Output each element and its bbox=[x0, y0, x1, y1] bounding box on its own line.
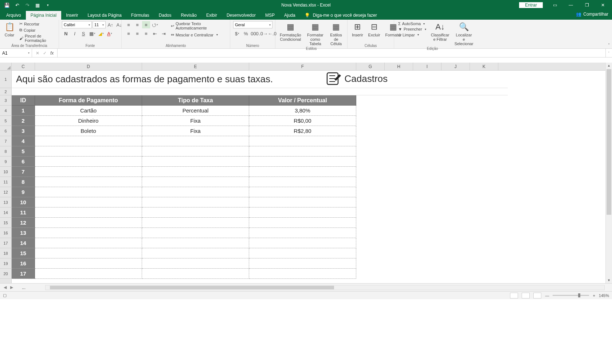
data-cell[interactable] bbox=[35, 157, 142, 167]
data-cell[interactable] bbox=[142, 228, 249, 238]
row-header[interactable]: 19 bbox=[0, 258, 11, 269]
tab-layout[interactable]: Layout da Página bbox=[83, 11, 126, 20]
save-icon[interactable]: 💾 bbox=[4, 2, 10, 8]
id-cell[interactable]: 1 bbox=[12, 106, 35, 116]
data-cell[interactable] bbox=[142, 258, 249, 269]
decrease-indent-icon[interactable]: ⇤ bbox=[151, 30, 159, 37]
row-header[interactable]: 13 bbox=[0, 197, 11, 207]
sheet-tab[interactable]: ... bbox=[17, 284, 31, 291]
data-cell[interactable]: R$2,80 bbox=[249, 126, 356, 136]
data-cell[interactable] bbox=[142, 157, 249, 167]
tab-view[interactable]: Exibir bbox=[201, 11, 222, 20]
row-header[interactable]: 3 bbox=[0, 95, 11, 106]
data-cell[interactable] bbox=[142, 238, 249, 248]
align-top-icon[interactable]: ≡ bbox=[125, 21, 133, 28]
clear-button[interactable]: ◇Limpar▾ bbox=[397, 32, 427, 37]
row-header[interactable]: 8 bbox=[0, 146, 11, 157]
table-header-cell[interactable]: Tipo de Taxa bbox=[142, 95, 249, 106]
decrease-decimal-icon[interactable]: ←.0 bbox=[268, 30, 276, 37]
data-cell[interactable] bbox=[249, 187, 356, 197]
align-center-icon[interactable]: ≡ bbox=[133, 30, 141, 37]
id-cell[interactable]: 11 bbox=[12, 207, 35, 218]
row-header[interactable]: 7 bbox=[0, 136, 11, 146]
data-cell[interactable] bbox=[249, 197, 356, 207]
id-cell[interactable]: 13 bbox=[12, 228, 35, 238]
id-cell[interactable]: 12 bbox=[12, 218, 35, 228]
data-cell[interactable] bbox=[249, 136, 356, 146]
sheet-title-cell[interactable]: Aqui são cadastrados as formas de pagame… bbox=[12, 71, 508, 88]
data-cell[interactable] bbox=[35, 238, 142, 248]
data-cell[interactable]: Percentual bbox=[142, 106, 249, 116]
id-cell[interactable]: 17 bbox=[12, 269, 35, 279]
italic-button[interactable]: I bbox=[71, 30, 79, 37]
zoom-in-icon[interactable]: + bbox=[593, 293, 595, 298]
id-cell[interactable]: 3 bbox=[12, 126, 35, 136]
data-cell[interactable] bbox=[249, 269, 356, 279]
row-header[interactable]: 9 bbox=[0, 157, 11, 167]
column-header[interactable]: I bbox=[413, 63, 442, 70]
id-cell[interactable]: 6 bbox=[12, 157, 35, 167]
row-header[interactable]: 6 bbox=[0, 126, 11, 136]
data-cell[interactable] bbox=[35, 269, 142, 279]
data-cell[interactable] bbox=[35, 258, 142, 269]
tell-me[interactable]: 💡 Diga-me o que você deseja fazer bbox=[300, 11, 381, 20]
signin-button[interactable]: Entrar bbox=[519, 2, 543, 8]
select-all-corner[interactable] bbox=[0, 63, 11, 71]
align-left-icon[interactable]: ≡ bbox=[125, 30, 133, 37]
row-header[interactable]: 14 bbox=[0, 207, 11, 218]
sheet-nav-next-icon[interactable]: ▶ bbox=[10, 285, 13, 290]
enter-formula-icon[interactable]: ✓ bbox=[43, 51, 47, 56]
collapse-ribbon-icon[interactable]: ˄ bbox=[608, 43, 610, 47]
data-cell[interactable]: Fixa bbox=[142, 126, 249, 136]
data-cell[interactable] bbox=[249, 167, 356, 177]
row-header[interactable]: 16 bbox=[0, 228, 11, 238]
fx-icon[interactable]: fx bbox=[50, 51, 54, 56]
cell-styles-button[interactable]: ▦Estilos de Célula bbox=[328, 21, 344, 47]
tab-insert[interactable]: Inserir bbox=[61, 11, 83, 20]
row-header[interactable]: 20 bbox=[0, 269, 11, 279]
id-cell[interactable]: 9 bbox=[12, 187, 35, 197]
row-header[interactable]: 1 bbox=[0, 71, 11, 88]
data-cell[interactable] bbox=[142, 146, 249, 157]
data-cell[interactable] bbox=[249, 238, 356, 248]
data-cell[interactable]: 3,80% bbox=[249, 106, 356, 116]
find-select-button[interactable]: 🔍Localizar e Selecionar bbox=[453, 21, 475, 47]
data-cell[interactable] bbox=[249, 248, 356, 258]
data-cell[interactable] bbox=[35, 187, 142, 197]
data-cell[interactable] bbox=[35, 177, 142, 187]
zoom-out-icon[interactable]: — bbox=[545, 293, 549, 298]
table-header-cell[interactable]: Valor / Percentual bbox=[249, 95, 356, 106]
data-cell[interactable]: R$0,00 bbox=[249, 116, 356, 126]
increase-indent-icon[interactable]: ⇥ bbox=[160, 30, 168, 37]
table-header-cell[interactable]: ID bbox=[12, 95, 35, 106]
increase-decimal-icon[interactable]: .0→ bbox=[259, 30, 267, 37]
row-header[interactable]: 2 bbox=[0, 88, 11, 95]
orientation-icon[interactable]: ⭯ bbox=[151, 21, 159, 28]
copy-button[interactable]: ⧉Copiar bbox=[18, 27, 56, 33]
id-cell[interactable]: 7 bbox=[12, 167, 35, 177]
close-button[interactable]: ✕ bbox=[595, 0, 611, 10]
id-cell[interactable]: 4 bbox=[12, 136, 35, 146]
id-cell[interactable]: 16 bbox=[12, 258, 35, 269]
cancel-formula-icon[interactable]: ✕ bbox=[36, 51, 39, 56]
expand-formula-bar-icon[interactable]: ˅ bbox=[605, 49, 612, 57]
share-button[interactable]: 👥 Compartilhar bbox=[576, 12, 608, 17]
data-cell[interactable]: Dinheiro bbox=[35, 116, 142, 126]
data-cell[interactable] bbox=[142, 177, 249, 187]
percent-format-icon[interactable]: % bbox=[242, 30, 250, 37]
tab-data[interactable]: Dados bbox=[154, 11, 176, 20]
column-header[interactable]: K bbox=[470, 63, 498, 70]
row-header[interactable]: 10 bbox=[0, 167, 11, 177]
format-painter-button[interactable]: 🖌Pincel de Formatação bbox=[18, 33, 56, 43]
data-cell[interactable] bbox=[142, 167, 249, 177]
column-header[interactable]: C bbox=[12, 63, 35, 70]
page-break-view-icon[interactable] bbox=[533, 293, 541, 298]
data-cell[interactable] bbox=[35, 207, 142, 218]
horizontal-scrollbar[interactable] bbox=[45, 285, 605, 290]
id-cell[interactable]: 8 bbox=[12, 177, 35, 187]
row-header[interactable]: 12 bbox=[0, 187, 11, 197]
data-cell[interactable] bbox=[249, 207, 356, 218]
wrap-text-button[interactable]: ↩Quebrar Texto Automaticamente bbox=[170, 21, 227, 31]
data-cell[interactable] bbox=[249, 157, 356, 167]
comma-format-icon[interactable]: 000 bbox=[251, 30, 259, 37]
